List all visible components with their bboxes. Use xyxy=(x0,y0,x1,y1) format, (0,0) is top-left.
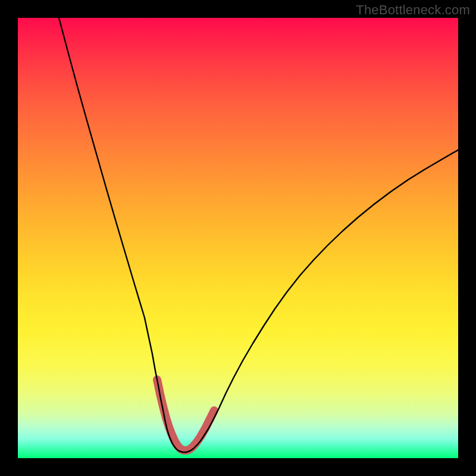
chart-area xyxy=(18,18,458,458)
watermark-text: TheBottleneck.com xyxy=(356,2,470,18)
highlight-path xyxy=(157,380,214,450)
chart-svg xyxy=(18,18,458,458)
curve-path xyxy=(59,18,458,452)
